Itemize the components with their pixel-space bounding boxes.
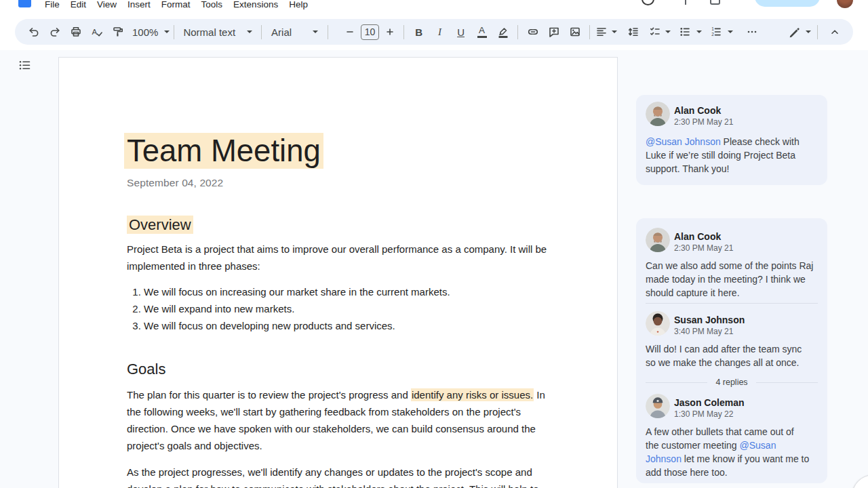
chevron-down-icon: [806, 30, 811, 33]
chevron-down-icon: [612, 30, 617, 33]
insert-link-button[interactable]: [522, 22, 543, 41]
font-name-value: Arial: [271, 26, 292, 38]
print-button[interactable]: [65, 22, 86, 41]
chevron-down-icon: [313, 30, 318, 33]
menu-format[interactable]: Format: [156, 0, 196, 9]
replies-toggle[interactable]: 4 replies: [646, 378, 818, 387]
comment-author: Alan Cook: [674, 105, 733, 116]
share-button[interactable]: [755, 0, 820, 7]
menu-view[interactable]: View: [92, 0, 122, 9]
editing-mode-button[interactable]: [788, 22, 811, 41]
document-date: September 04, 2022: [127, 177, 551, 189]
docs-logo[interactable]: [18, 0, 31, 7]
insert-image-button[interactable]: [564, 22, 585, 41]
paragraph-style-select[interactable]: Normal text: [178, 22, 257, 41]
collapse-toolbar-button[interactable]: [824, 22, 845, 41]
chevron-down-icon: [247, 30, 252, 33]
avatar: [646, 394, 670, 418]
phases-list: We will focus on increasing our market s…: [127, 283, 551, 334]
mention-link[interactable]: @Susan Johnson: [646, 136, 721, 147]
zoom-value: 100%: [132, 26, 158, 38]
overview-heading: Overview: [127, 216, 551, 235]
font-size-input[interactable]: 10: [361, 24, 379, 40]
version-history-icon[interactable]: [642, 0, 654, 5]
menu-tools[interactable]: Tools: [196, 0, 229, 9]
document-page[interactable]: Team Meeting September 04, 2022 Overview…: [58, 57, 618, 488]
highlighted-text: identify any risks or issues.: [411, 388, 534, 401]
paint-format-button[interactable]: [107, 22, 128, 41]
paragraph-style-value: Normal text: [183, 26, 235, 38]
comment-author: Alan Cook: [674, 231, 733, 242]
comment-time: 2:30 PM May 21: [674, 243, 733, 253]
menu-bar: File Edit View Insert Format Tools Exten…: [39, 0, 313, 9]
increase-font-size-button[interactable]: [384, 22, 395, 41]
chevron-down-icon: [665, 30, 671, 33]
avatar: [646, 102, 670, 126]
account-avatar[interactable]: [837, 0, 853, 8]
underline-button[interactable]: U: [450, 22, 471, 41]
menu-edit[interactable]: Edit: [65, 0, 92, 9]
menu-help[interactable]: Help: [283, 0, 313, 9]
overview-paragraph: Project Beta is a project that aims to i…: [127, 241, 551, 274]
italic-button[interactable]: I: [429, 22, 450, 41]
comment-thread-1[interactable]: Alan Cook 2:30 PM May 21 @Susan Johnson …: [636, 95, 827, 185]
comment-time: 3:40 PM May 21: [674, 327, 745, 337]
spellcheck-button[interactable]: A: [86, 22, 107, 41]
document-title: Team Meeting: [124, 134, 551, 168]
font-select[interactable]: Arial: [266, 22, 323, 41]
svg-text:1: 1: [711, 26, 714, 31]
zoom-select[interactable]: 100%: [132, 22, 170, 41]
comment-time: 1:30 PM May 22: [674, 409, 744, 420]
list-item: We will focus on developing new products…: [144, 317, 551, 334]
goals-heading: Goals: [127, 360, 551, 379]
chevron-down-icon: [696, 30, 702, 33]
comment-text: A few other bullets that came out of the…: [646, 425, 814, 479]
undo-button[interactable]: [23, 22, 44, 41]
menu-insert[interactable]: Insert: [122, 0, 156, 9]
comment-text: @Susan Johnson Please check with Luke if…: [646, 135, 814, 176]
redo-button[interactable]: [44, 22, 65, 41]
menu-file[interactable]: File: [39, 0, 65, 9]
avatar: [646, 228, 670, 252]
comment-history-icon[interactable]: [685, 0, 686, 5]
align-button[interactable]: [595, 22, 617, 41]
list-item: We will focus on increasing our market s…: [144, 283, 551, 300]
bold-button[interactable]: B: [408, 22, 429, 41]
numbered-list-button[interactable]: 12: [710, 22, 733, 41]
comment-author: Susan Johnson: [674, 314, 745, 325]
document-outline-icon[interactable]: [18, 58, 32, 73]
bulleted-list-button[interactable]: [679, 22, 702, 41]
comment-time: 2:30 PM May 21: [674, 117, 733, 127]
avatar: [646, 311, 670, 336]
chevron-down-icon: [728, 30, 733, 33]
text-color-button[interactable]: A: [471, 22, 492, 41]
more-options-button[interactable]: [741, 22, 762, 41]
meet-icon[interactable]: [710, 0, 720, 5]
add-comment-button[interactable]: [543, 22, 564, 41]
decrease-font-size-button[interactable]: [344, 22, 355, 41]
comment-thread-2[interactable]: Alan Cook 2:30 PM May 21 Can we also add…: [636, 218, 827, 483]
list-item: We will expand into new markets.: [144, 300, 551, 317]
replies-count[interactable]: 4 replies: [707, 378, 755, 387]
highlight-color-button[interactable]: [492, 22, 513, 41]
checklist-button[interactable]: [649, 22, 671, 41]
svg-text:2: 2: [711, 32, 714, 37]
chevron-down-icon: [164, 30, 170, 33]
comment-author: Jason Coleman: [674, 397, 744, 408]
comment-text: Will do! I can add after the team sync s…: [646, 342, 814, 369]
line-spacing-button[interactable]: [623, 22, 644, 41]
menu-extensions[interactable]: Extensions: [228, 0, 283, 9]
toolbar: A 100% Normal text Arial 10 B I U A: [15, 19, 853, 45]
svg-text:A: A: [92, 28, 97, 36]
goals-paragraph: The plan for this quarter is to review t…: [127, 386, 551, 454]
progress-paragraph: As the project progresses, we'll identif…: [127, 464, 551, 488]
comment-text: Can we also add some of the points Raj m…: [646, 259, 814, 300]
